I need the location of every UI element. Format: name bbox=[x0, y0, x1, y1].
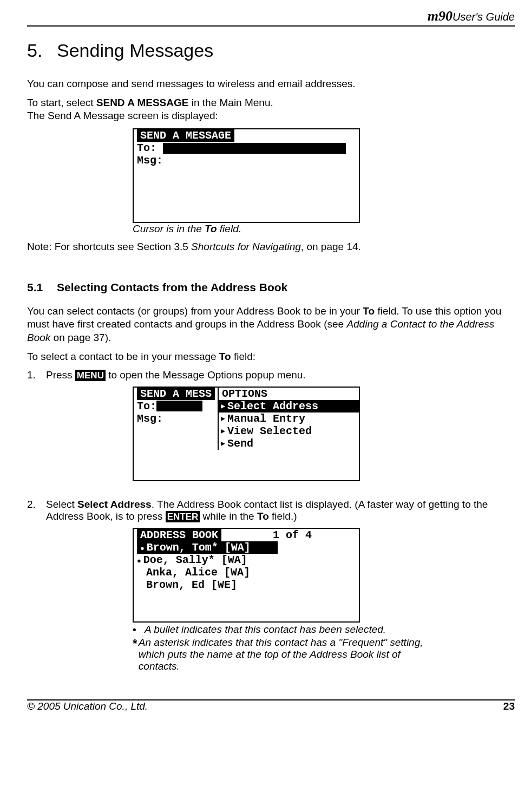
step-2: 2. Select Select Address. The Address Bo… bbox=[27, 499, 515, 522]
subsection-heading: 5.1Selecting Contacts from the Address B… bbox=[27, 281, 515, 294]
screen1-caption: Cursor is in the To field. bbox=[133, 223, 515, 235]
subsection-title: Selecting Contacts from the Address Book bbox=[57, 281, 287, 293]
section-title-text: Sending Messages bbox=[57, 40, 213, 61]
to-label: To: bbox=[137, 142, 156, 154]
option-send[interactable]: Send bbox=[219, 437, 359, 450]
guide-title: User's Guide bbox=[453, 11, 515, 23]
options-title: OPTIONS bbox=[219, 388, 271, 400]
step1-text: Press MENU to open the Message Options p… bbox=[46, 369, 515, 381]
option-view-selected[interactable]: View Selected bbox=[219, 425, 359, 437]
send-message-screen: SEND A MESSAGE To: Msg: bbox=[133, 128, 360, 223]
page-footer: © 2005 Unication Co., Ltd. 23 bbox=[27, 699, 515, 712]
sub-p1: You can select contacts (or groups) from… bbox=[27, 305, 515, 345]
contact-row-4[interactable]: Brown, Ed [WE] bbox=[134, 579, 359, 591]
section-number: 5. bbox=[27, 40, 57, 61]
menu-key: MENU bbox=[75, 370, 106, 381]
step2-text: Select Select Address. The Address Book … bbox=[46, 499, 515, 522]
screen2-to-label: To: bbox=[137, 400, 156, 412]
step-1: 1. Press MENU to open the Message Option… bbox=[27, 369, 515, 381]
legend-bullet-symbol: • bbox=[133, 624, 145, 636]
logo-text: m90 bbox=[428, 8, 453, 24]
page-header: m90User's Guide bbox=[27, 8, 515, 27]
options-popup-screen: SEND A MESS To: Msg: OPTIONS Select Addr… bbox=[133, 387, 360, 481]
contact-row-3[interactable]: Anka, Alice [WA] bbox=[134, 566, 359, 579]
option-manual-entry[interactable]: Manual Entry bbox=[219, 412, 359, 425]
address-book-screen: ADDRESS BOOK 1 of 4 Brown, Tom* [WA] Doe… bbox=[133, 528, 360, 623]
subsection-number: 5.1 bbox=[27, 281, 57, 294]
screen1-to-row: To: bbox=[134, 142, 359, 154]
legend-star-symbol: * bbox=[133, 637, 139, 672]
addressbook-count: 1 of 4 bbox=[273, 529, 312, 541]
option-select-address[interactable]: Select Address bbox=[219, 400, 359, 412]
contact-row-2[interactable]: Doe, Sally* [WA] bbox=[134, 554, 359, 566]
legend-bullet-text: A bullet indicates that this contact has… bbox=[145, 624, 386, 636]
intro-p2: To start, select SEND A MESSAGE in the M… bbox=[27, 96, 515, 123]
screen1-title: SEND A MESSAGE bbox=[137, 129, 234, 142]
options-menu: OPTIONS Select Address Manual Entry View… bbox=[219, 388, 359, 450]
to-field-cursor bbox=[163, 143, 346, 154]
legend-star-text: An asterisk indicates that this contact … bbox=[139, 637, 430, 672]
screen2-to-cursor bbox=[156, 401, 202, 411]
screen2-msg-label: Msg: bbox=[134, 412, 218, 425]
step1-number: 1. bbox=[27, 369, 46, 381]
addressbook-title: ADDRESS BOOK bbox=[137, 529, 221, 541]
legend-block: •A bullet indicates that this contact ha… bbox=[133, 624, 430, 672]
copyright: © 2005 Unication Co., Ltd. bbox=[27, 700, 148, 712]
step2-number: 2. bbox=[27, 499, 46, 522]
screen1-msg-row: Msg: bbox=[134, 154, 359, 167]
section-heading: 5.Sending Messages bbox=[27, 40, 515, 61]
screen2-left-title: SEND A MESS bbox=[137, 388, 215, 400]
options-left-pane: SEND A MESS To: Msg: bbox=[134, 388, 219, 450]
enter-key: ENTER bbox=[166, 511, 200, 522]
sub-p2: To select a contact to be in your messag… bbox=[27, 350, 515, 364]
intro-p1: You can compose and send messages to wir… bbox=[27, 77, 515, 91]
page-number: 23 bbox=[503, 700, 515, 712]
note-line: Note: For shortcuts see Section 3.5 Shor… bbox=[27, 240, 515, 254]
contact-row-1[interactable]: Brown, Tom* [WA] bbox=[137, 541, 278, 554]
